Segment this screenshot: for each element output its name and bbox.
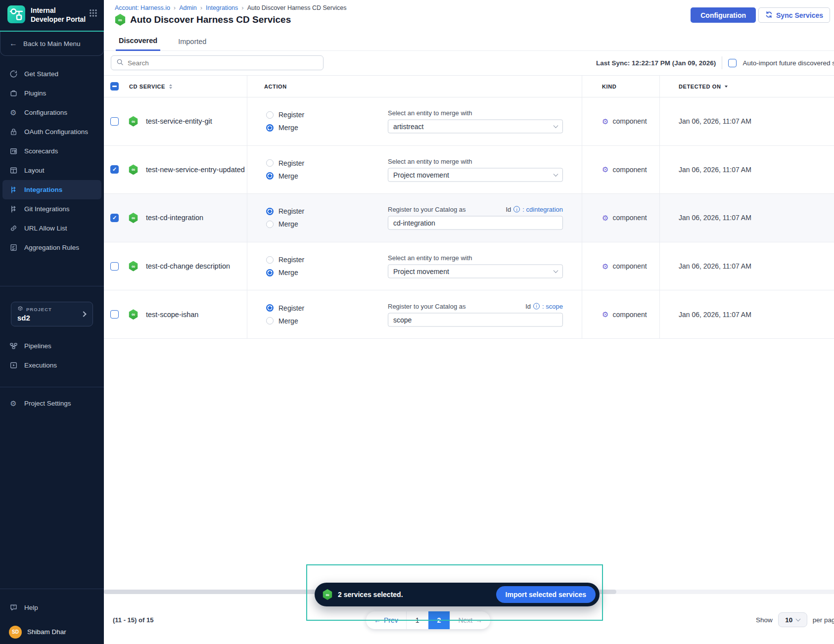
merge-radio[interactable] <box>266 317 274 324</box>
sidebar-item-integrations[interactable]: Integrations <box>2 180 101 199</box>
page-size-select[interactable]: 10 <box>778 612 807 627</box>
merge-radio-option[interactable]: Merge <box>266 170 372 183</box>
register-radio[interactable] <box>266 256 274 264</box>
merge-entity-select[interactable]: artistreact <box>388 120 563 134</box>
show-label: Show <box>756 616 773 624</box>
register-radio-option[interactable]: Register <box>266 108 372 121</box>
register-radio[interactable] <box>266 111 274 119</box>
service-name: test-new-service-entry-updated <box>146 166 245 174</box>
service-name: test-cd-change description <box>146 262 230 270</box>
sidebar-footer: ? Help SD Shibam Dhar <box>0 589 104 642</box>
breadcrumb-account-link[interactable]: Account: Harness.io <box>115 4 170 11</box>
row-checkbox[interactable] <box>110 117 119 126</box>
tab-imported[interactable]: Imported <box>175 38 209 50</box>
prev-page-button[interactable]: ← Prev <box>366 611 406 629</box>
sync-icon <box>765 11 773 20</box>
component-kind-icon: ⚙ <box>602 214 608 222</box>
select-all-checkbox[interactable] <box>110 82 119 91</box>
merge-entity-select[interactable]: Project movement <box>388 265 563 278</box>
sidebar-item-pipelines[interactable]: Pipelines <box>2 336 101 356</box>
action-radio-group: Register Merge <box>266 302 372 327</box>
gear-icon: ⚙ <box>9 400 18 407</box>
register-radio[interactable] <box>266 208 274 215</box>
app-switcher-icon[interactable] <box>89 9 97 17</box>
row-checkbox[interactable] <box>110 262 119 271</box>
register-radio-option[interactable]: Register <box>266 157 372 170</box>
col-action: ACTION <box>264 84 287 90</box>
next-page-button[interactable]: Next → <box>450 611 490 629</box>
sidebar-item-project-settings[interactable]: ⚙ Project Settings <box>2 394 101 413</box>
sort-desc-icon[interactable] <box>725 86 728 88</box>
catalog-name-input[interactable]: scope <box>388 313 563 326</box>
configuration-button[interactable]: Configuration <box>691 7 756 23</box>
merge-control: Select an entity to merge with Project m… <box>388 254 563 278</box>
detected-on-value: Jan 06, 2026, 11:07 AM <box>659 146 834 194</box>
user-menu[interactable]: SD Shibam Dhar <box>2 622 101 642</box>
page-1-button[interactable]: 1 <box>406 611 428 629</box>
id-link[interactable]: : scope <box>542 302 563 310</box>
component-kind-icon: ⚙ <box>602 263 608 270</box>
id-label: Id <box>525 302 531 310</box>
merge-radio-option[interactable]: Merge <box>266 315 372 327</box>
sidebar-item-oauth-configurations[interactable]: OAuth Configurations <box>2 122 101 141</box>
sync-services-button[interactable]: Sync Services <box>758 7 830 23</box>
sidebar-item-help[interactable]: ? Help <box>2 598 101 617</box>
merge-radio[interactable] <box>266 221 274 228</box>
sidebar-item-scorecards[interactable]: Scorecards <box>2 141 101 161</box>
sidebar-item-get-started[interactable]: Get Started <box>2 64 101 84</box>
project-cube-icon <box>17 306 23 313</box>
breadcrumb-integrations-link[interactable]: Integrations <box>206 4 238 11</box>
register-radio[interactable] <box>266 304 274 312</box>
merge-radio[interactable] <box>266 172 274 180</box>
breadcrumb: Account: Harness.io › Admin › Integratio… <box>115 4 346 11</box>
col-kind: KIND <box>602 84 616 90</box>
import-selected-services-button[interactable]: Import selected services <box>496 586 596 603</box>
sidebar-item-url-allow-list[interactable]: URL Allow List <box>2 219 101 238</box>
back-section: ← Back to Main Menu <box>0 32 104 56</box>
row-checkbox[interactable]: ✓ <box>110 165 119 174</box>
merge-radio-option[interactable]: Merge <box>266 218 372 230</box>
merge-radio-option[interactable]: Merge <box>266 266 372 279</box>
register-radio-option[interactable]: Register <box>266 302 372 315</box>
merge-control: Select an entity to merge with artistrea… <box>388 109 563 134</box>
col-cd-service[interactable]: CD SERVICE <box>129 84 165 90</box>
sort-icon[interactable] <box>169 84 172 89</box>
project-selector[interactable]: PROJECT sd2 <box>11 302 93 326</box>
sidebar-item-layout[interactable]: Layout <box>2 161 101 180</box>
merge-entity-select[interactable]: Project movement <box>388 168 563 182</box>
register-radio[interactable] <box>266 159 274 167</box>
harness-idp-logo-icon <box>7 5 26 26</box>
tab-discovered[interactable]: Discovered <box>116 37 160 51</box>
service-name: test-cd-integration <box>146 214 203 222</box>
cd-service-icon: ∞ <box>129 261 138 272</box>
sidebar-item-plugins[interactable]: Plugins <box>2 84 101 103</box>
breadcrumb-admin-link[interactable]: Admin <box>179 4 196 11</box>
component-kind-icon: ⚙ <box>602 311 608 318</box>
merge-radio[interactable] <box>266 269 274 276</box>
arrow-left-icon: ← <box>374 616 381 624</box>
sidebar-item-executions[interactable]: Executions <box>2 356 101 375</box>
search-input[interactable] <box>128 59 318 67</box>
sidebar-item-configurations[interactable]: ⚙ Configurations <box>2 103 101 122</box>
chevron-down-icon <box>554 172 558 177</box>
sidebar-item-aggregation-rules[interactable]: Aggregation Rules <box>2 238 101 257</box>
get-started-icon <box>9 70 18 78</box>
register-control: Register to your Catalog as Id i : cdint… <box>388 206 563 230</box>
id-link[interactable]: : cdintegration <box>522 206 563 213</box>
page-2-button[interactable]: 2 <box>428 611 450 629</box>
row-checkbox[interactable] <box>110 310 119 319</box>
merge-radio[interactable] <box>266 124 274 132</box>
auto-import-checkbox[interactable] <box>728 59 737 67</box>
merge-radio-option[interactable]: Merge <box>266 121 372 134</box>
back-to-main-menu-button[interactable]: ← Back to Main Menu <box>0 32 103 55</box>
detected-on-value: Jan 06, 2026, 11:07 AM <box>659 194 834 242</box>
project-name: sd2 <box>17 314 87 322</box>
vertical-divider <box>722 56 722 69</box>
row-checkbox[interactable]: ✓ <box>110 214 119 222</box>
register-radio-option[interactable]: Register <box>266 253 372 266</box>
catalog-name-input[interactable]: cd-integration <box>388 216 563 230</box>
col-detected-on[interactable]: DETECTED ON <box>679 84 721 90</box>
sidebar-item-git-integrations[interactable]: Git Integrations <box>2 199 101 219</box>
register-radio-option[interactable]: Register <box>266 205 372 218</box>
table-header: CD SERVICE ACTION KIND DETECTED ON <box>104 75 834 97</box>
